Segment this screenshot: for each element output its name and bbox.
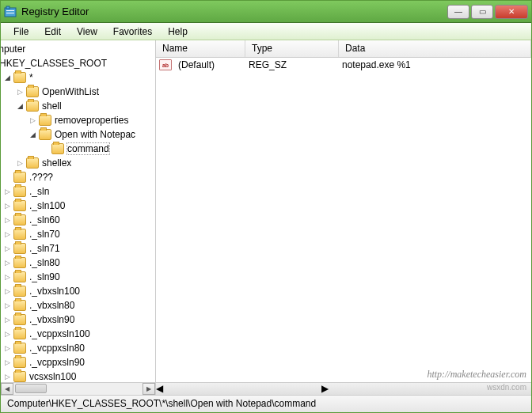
menu-edit[interactable]: Edit [36,25,69,39]
arrow-icon[interactable]: ▷ [2,259,12,267]
tree-item-label[interactable]: ._sln60 [29,214,60,225]
scroll-left-icon[interactable]: ◀ [1,383,13,395]
menu-view[interactable]: View [69,25,105,39]
tree-item[interactable]: ▷._sln [1,184,155,199]
arrow-icon[interactable]: ▷ [2,244,12,252]
col-name[interactable]: Name [156,40,245,57]
tree-item[interactable]: ▷._sln60 [1,213,155,227]
registry-tree[interactable]: mputer HKEY_CLASSES_ROOT ◢* ▷OpenWithLis… [1,40,155,382]
col-data[interactable]: Data [339,40,531,57]
arrow-icon[interactable]: ▷ [15,88,25,96]
arrow-open-icon[interactable]: ◢ [15,102,25,110]
menu-favorites[interactable]: Favorites [105,25,160,39]
tree-shellex[interactable]: shellex [42,157,71,169]
tree-item[interactable]: ▷._sln71 [1,241,155,256]
folder-icon [13,371,26,382]
tree-hkey[interactable]: HKEY_CLASSES_ROOT [1,58,107,69]
tree-item-label[interactable]: ._vbxsln80 [29,300,74,311]
folder-icon [13,243,26,254]
tree-item-label[interactable]: ._vcppxsln90 [29,357,85,368]
statusbar: Computer\HKEY_CLASSES_ROOT\*\shell\Open … [1,395,531,412]
tree-item[interactable]: ▷._sln100 [1,199,155,213]
arrow-icon[interactable]: ▷ [2,330,12,338]
scroll-thumb[interactable] [15,384,47,393]
folder-icon [13,328,26,339]
arrow-icon[interactable]: ▷ [2,301,12,309]
tree-item-label[interactable]: ._sln100 [29,200,65,211]
scroll-track[interactable] [163,383,321,395]
arrow-icon[interactable]: ▷ [2,287,12,295]
folder-icon [26,86,39,97]
tree-item[interactable]: ▷._vbxsln100 [1,284,155,298]
scroll-track[interactable] [13,383,142,395]
tree-item[interactable]: ▷._vcppxsln100 [1,327,155,341]
tree-item[interactable]: ▷._vcppxsln90 [1,355,155,369]
list-header: Name Type Data [156,40,531,58]
arrow-icon[interactable]: ▷ [2,316,12,324]
status-path: Computer\HKEY_CLASSES_ROOT\*\shell\Open … [7,398,316,409]
col-type[interactable]: Type [245,40,339,57]
tree-item-label[interactable]: ._sln80 [29,257,60,268]
scroll-right-icon[interactable]: ▶ [142,383,155,395]
tree-item-label[interactable]: ._sln70 [29,229,60,240]
list-row[interactable]: ab (Default) REG_SZ notepad.exe %1 [156,58,531,72]
tree-item-label[interactable]: ._vcppxsln100 [29,328,90,339]
arrow-open-icon[interactable]: ◢ [28,131,37,138]
tree-command[interactable]: command [67,143,109,154]
arrow-icon[interactable]: ▷ [2,216,12,224]
watermark2: wsxdn.com [487,383,526,392]
arrow-icon[interactable]: ▷ [2,202,12,210]
list-hscroll[interactable]: ◀ ▶ [156,382,531,395]
arrow-icon[interactable]: ▷ [2,373,12,381]
arrow-icon[interactable]: ▷ [28,116,37,124]
tree-item-label[interactable]: ._vcppxsln80 [29,343,85,354]
tree-shell[interactable]: shell [42,100,62,112]
tree-item-label[interactable]: ._sln [29,186,49,197]
tree-item-label[interactable]: ._vbxsln100 [29,286,80,297]
arrow-icon[interactable]: ▷ [2,358,12,366]
cell-type: REG_SZ [245,59,339,70]
tree-item[interactable]: ▷._sln80 [1,256,155,270]
folder-icon [13,357,26,368]
arrow-icon[interactable]: ▷ [15,159,25,167]
menu-help[interactable]: Help [160,25,196,39]
menu-file[interactable]: File [6,25,36,39]
folder-icon [13,72,26,83]
arrow-icon[interactable]: ▷ [2,188,12,195]
tree-openwithlist[interactable]: OpenWithList [42,86,99,97]
minimize-button[interactable]: — [447,5,469,19]
folder-icon [39,129,51,140]
close-button[interactable]: ✕ [495,5,528,19]
arrow-icon[interactable]: ▷ [2,344,12,352]
scroll-left-icon[interactable]: ◀ [156,383,163,395]
arrow-icon[interactable]: ▷ [2,273,12,281]
tree-hscroll[interactable]: ◀ ▶ [1,382,155,395]
tree-item[interactable]: ▷._sln90 [1,270,155,284]
list-pane: Name Type Data ab (Default) REG_SZ notep… [156,40,531,395]
tree-item[interactable]: ▷vcsxsln100 [1,369,155,382]
tree-item[interactable]: ▷._vbxsln90 [1,313,155,327]
tree-item-label[interactable]: vcsxsln100 [29,371,76,382]
folder-icon [39,115,51,126]
tree-removeprops[interactable]: removeproperties [55,115,128,126]
tree-item[interactable]: ▷._vbxsln80 [1,298,155,313]
arrow-icon[interactable]: ▷ [2,230,12,238]
tree-item[interactable]: ▷._sln70 [1,227,155,241]
svg-rect-0 [5,8,16,17]
tree-item-label[interactable]: ._sln71 [29,243,60,254]
cell-name[interactable]: (Default) [175,59,245,70]
tree-star[interactable]: * [29,72,33,83]
tree-dotq[interactable]: .???? [29,172,53,183]
tree-item[interactable]: ▷._vcppxsln80 [1,341,155,355]
maximize-button[interactable]: ▭ [471,5,493,19]
string-value-icon: ab [159,59,172,70]
scroll-right-icon[interactable]: ▶ [321,383,329,395]
menubar: File Edit View Favorites Help [1,23,531,40]
tree-item-label[interactable]: ._vbxsln90 [29,314,74,325]
tree-item-label[interactable]: ._sln90 [29,271,60,282]
arrow-open-icon[interactable]: ◢ [2,74,12,81]
list-body[interactable]: ab (Default) REG_SZ notepad.exe %1 [156,58,531,382]
tree-openwithnotepad[interactable]: Open with Notepac [55,129,135,140]
window-buttons: — ▭ ✕ [447,5,528,19]
tree-computer[interactable]: mputer [1,44,25,55]
